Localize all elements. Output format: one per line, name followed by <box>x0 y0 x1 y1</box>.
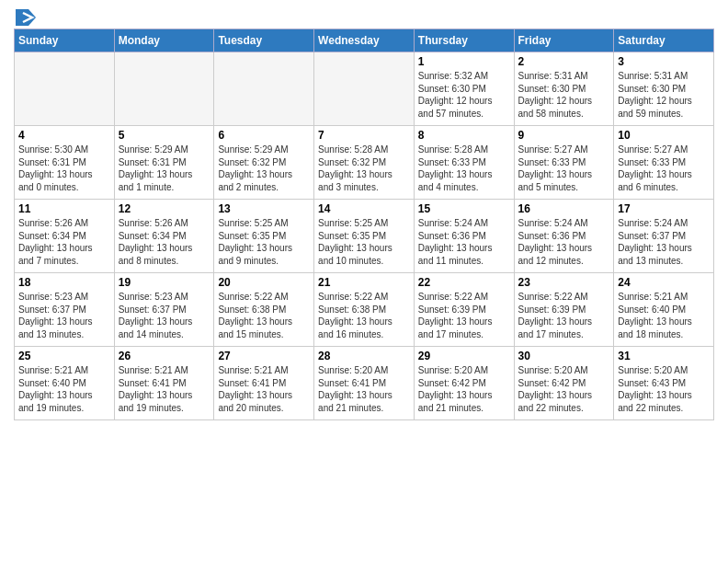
day-number: 20 <box>218 276 310 289</box>
calendar-cell: 13Sunrise: 5:25 AM Sunset: 6:35 PM Dayli… <box>214 200 314 273</box>
calendar-cell: 14Sunrise: 5:25 AM Sunset: 6:35 PM Dayli… <box>314 200 415 273</box>
day-number: 8 <box>418 129 510 142</box>
calendar-cell: 5Sunrise: 5:29 AM Sunset: 6:31 PM Daylig… <box>114 126 214 200</box>
day-info: Sunrise: 5:21 AM Sunset: 6:41 PM Dayligh… <box>119 364 210 414</box>
week-row-5: 25Sunrise: 5:21 AM Sunset: 6:40 PM Dayli… <box>15 347 714 420</box>
day-number: 28 <box>318 350 410 362</box>
calendar-cell: 25Sunrise: 5:21 AM Sunset: 6:40 PM Dayli… <box>15 347 115 420</box>
calendar-cell: 9Sunrise: 5:27 AM Sunset: 6:33 PM Daylig… <box>514 126 614 200</box>
day-info: Sunrise: 5:28 AM Sunset: 6:32 PM Dayligh… <box>318 144 410 193</box>
calendar-cell: 6Sunrise: 5:29 AM Sunset: 6:32 PM Daylig… <box>214 126 314 200</box>
day-info: Sunrise: 5:20 AM Sunset: 6:42 PM Dayligh… <box>518 364 610 414</box>
day-info: Sunrise: 5:22 AM Sunset: 6:39 PM Dayligh… <box>518 291 610 340</box>
day-info: Sunrise: 5:28 AM Sunset: 6:33 PM Dayligh… <box>418 144 510 193</box>
logo <box>14 9 36 23</box>
day-number: 23 <box>518 276 610 289</box>
calendar-cell: 26Sunrise: 5:21 AM Sunset: 6:41 PM Dayli… <box>114 347 214 420</box>
calendar-cell: 21Sunrise: 5:22 AM Sunset: 6:38 PM Dayli… <box>314 273 415 347</box>
weekday-header-saturday: Saturday <box>614 29 714 52</box>
weekday-header-thursday: Thursday <box>414 29 514 52</box>
calendar-cell: 17Sunrise: 5:24 AM Sunset: 6:37 PM Dayli… <box>614 200 714 273</box>
calendar-cell <box>15 52 115 126</box>
calendar-cell: 20Sunrise: 5:22 AM Sunset: 6:38 PM Dayli… <box>214 273 314 347</box>
day-number: 3 <box>618 55 710 68</box>
weekday-header-sunday: Sunday <box>15 29 115 52</box>
day-number: 30 <box>518 350 610 362</box>
calendar-cell: 28Sunrise: 5:20 AM Sunset: 6:41 PM Dayli… <box>314 347 415 420</box>
calendar-cell: 24Sunrise: 5:21 AM Sunset: 6:40 PM Dayli… <box>614 273 714 347</box>
calendar-cell: 2Sunrise: 5:31 AM Sunset: 6:30 PM Daylig… <box>514 52 614 126</box>
week-row-3: 11Sunrise: 5:26 AM Sunset: 6:34 PM Dayli… <box>15 200 714 273</box>
weekday-header-row: SundayMondayTuesdayWednesdayThursdayFrid… <box>15 29 714 52</box>
week-row-1: 1Sunrise: 5:32 AM Sunset: 6:30 PM Daylig… <box>15 52 714 126</box>
day-number: 16 <box>518 202 610 215</box>
day-info: Sunrise: 5:29 AM Sunset: 6:32 PM Dayligh… <box>218 144 310 193</box>
day-number: 22 <box>418 276 510 289</box>
calendar-cell: 3Sunrise: 5:31 AM Sunset: 6:30 PM Daylig… <box>614 52 714 126</box>
calendar-cell: 12Sunrise: 5:26 AM Sunset: 6:34 PM Dayli… <box>114 200 214 273</box>
day-info: Sunrise: 5:25 AM Sunset: 6:35 PM Dayligh… <box>318 217 410 267</box>
calendar-cell: 29Sunrise: 5:20 AM Sunset: 6:42 PM Dayli… <box>414 347 514 420</box>
calendar-cell: 30Sunrise: 5:20 AM Sunset: 6:42 PM Dayli… <box>514 347 614 420</box>
day-info: Sunrise: 5:23 AM Sunset: 6:37 PM Dayligh… <box>18 291 110 340</box>
page-container: SundayMondayTuesdayWednesdayThursdayFrid… <box>0 0 728 430</box>
day-info: Sunrise: 5:27 AM Sunset: 6:33 PM Dayligh… <box>618 144 710 193</box>
day-number: 18 <box>18 276 110 289</box>
day-info: Sunrise: 5:26 AM Sunset: 6:34 PM Dayligh… <box>119 217 210 267</box>
day-number: 5 <box>119 129 210 142</box>
day-info: Sunrise: 5:22 AM Sunset: 6:38 PM Dayligh… <box>218 291 310 340</box>
logo-text <box>14 9 36 23</box>
calendar-cell: 23Sunrise: 5:22 AM Sunset: 6:39 PM Dayli… <box>514 273 614 347</box>
day-number: 9 <box>518 129 610 142</box>
day-info: Sunrise: 5:23 AM Sunset: 6:37 PM Dayligh… <box>119 291 210 340</box>
logo-arrow-icon <box>16 9 36 26</box>
calendar-cell <box>314 52 415 126</box>
calendar-cell: 22Sunrise: 5:22 AM Sunset: 6:39 PM Dayli… <box>414 273 514 347</box>
day-info: Sunrise: 5:21 AM Sunset: 6:40 PM Dayligh… <box>18 364 110 414</box>
weekday-header-wednesday: Wednesday <box>314 29 415 52</box>
day-number: 27 <box>218 350 310 362</box>
day-number: 1 <box>418 55 510 68</box>
day-number: 21 <box>318 276 410 289</box>
day-info: Sunrise: 5:22 AM Sunset: 6:39 PM Dayligh… <box>418 291 510 340</box>
day-info: Sunrise: 5:25 AM Sunset: 6:35 PM Dayligh… <box>218 217 310 267</box>
day-info: Sunrise: 5:24 AM Sunset: 6:37 PM Dayligh… <box>618 217 710 267</box>
weekday-header-monday: Monday <box>114 29 214 52</box>
calendar-cell: 7Sunrise: 5:28 AM Sunset: 6:32 PM Daylig… <box>314 126 415 200</box>
calendar-cell: 10Sunrise: 5:27 AM Sunset: 6:33 PM Dayli… <box>614 126 714 200</box>
day-number: 17 <box>618 202 710 215</box>
day-info: Sunrise: 5:29 AM Sunset: 6:31 PM Dayligh… <box>119 144 210 193</box>
day-number: 31 <box>618 350 710 362</box>
day-info: Sunrise: 5:21 AM Sunset: 6:40 PM Dayligh… <box>618 291 710 340</box>
calendar-cell <box>114 52 214 126</box>
day-number: 11 <box>18 202 110 215</box>
day-info: Sunrise: 5:27 AM Sunset: 6:33 PM Dayligh… <box>518 144 610 193</box>
day-number: 19 <box>119 276 210 289</box>
day-number: 4 <box>18 129 110 142</box>
day-info: Sunrise: 5:24 AM Sunset: 6:36 PM Dayligh… <box>518 217 610 267</box>
day-info: Sunrise: 5:31 AM Sunset: 6:30 PM Dayligh… <box>618 70 710 120</box>
calendar-cell <box>214 52 314 126</box>
day-number: 2 <box>518 55 610 68</box>
day-info: Sunrise: 5:26 AM Sunset: 6:34 PM Dayligh… <box>18 217 110 267</box>
calendar-cell: 1Sunrise: 5:32 AM Sunset: 6:30 PM Daylig… <box>414 52 514 126</box>
calendar-cell: 4Sunrise: 5:30 AM Sunset: 6:31 PM Daylig… <box>15 126 115 200</box>
calendar-cell: 11Sunrise: 5:26 AM Sunset: 6:34 PM Dayli… <box>15 200 115 273</box>
day-number: 15 <box>418 202 510 215</box>
day-number: 12 <box>119 202 210 215</box>
calendar-table: SundayMondayTuesdayWednesdayThursdayFrid… <box>14 29 714 420</box>
day-info: Sunrise: 5:24 AM Sunset: 6:36 PM Dayligh… <box>418 217 510 267</box>
day-number: 29 <box>418 350 510 362</box>
calendar-cell: 15Sunrise: 5:24 AM Sunset: 6:36 PM Dayli… <box>414 200 514 273</box>
day-info: Sunrise: 5:30 AM Sunset: 6:31 PM Dayligh… <box>18 144 110 193</box>
day-number: 14 <box>318 202 410 215</box>
day-number: 25 <box>18 350 110 362</box>
day-number: 7 <box>318 129 410 142</box>
weekday-header-friday: Friday <box>514 29 614 52</box>
calendar-cell: 19Sunrise: 5:23 AM Sunset: 6:37 PM Dayli… <box>114 273 214 347</box>
calendar-cell: 18Sunrise: 5:23 AM Sunset: 6:37 PM Dayli… <box>15 273 115 347</box>
day-info: Sunrise: 5:20 AM Sunset: 6:41 PM Dayligh… <box>318 364 410 414</box>
day-number: 26 <box>119 350 210 362</box>
day-number: 10 <box>618 129 710 142</box>
day-info: Sunrise: 5:21 AM Sunset: 6:41 PM Dayligh… <box>218 364 310 414</box>
